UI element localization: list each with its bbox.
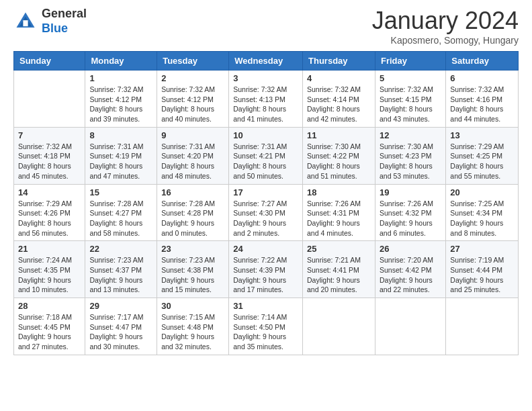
day-info: Sunrise: 7:21 AM Sunset: 4:41 PM Dayligh… — [307, 255, 371, 295]
table-row — [14, 71, 85, 128]
table-row: 23Sunrise: 7:23 AM Sunset: 4:38 PM Dayli… — [157, 241, 229, 298]
day-info: Sunrise: 7:26 AM Sunset: 4:32 PM Dayligh… — [380, 199, 441, 238]
day-number: 6 — [450, 73, 514, 83]
svg-rect-2 — [23, 20, 28, 26]
table-row: 13Sunrise: 7:29 AM Sunset: 4:25 PM Dayli… — [446, 127, 519, 184]
logo-icon — [13, 9, 38, 34]
day-number: 28 — [18, 301, 81, 311]
week-row-2: 14Sunrise: 7:29 AM Sunset: 4:26 PM Dayli… — [14, 184, 519, 241]
table-row: 7Sunrise: 7:32 AM Sunset: 4:18 PM Daylig… — [14, 127, 85, 184]
col-saturday: Saturday — [446, 52, 519, 71]
day-number: 24 — [233, 244, 298, 254]
header: General Blue January 2024 Kaposmero, Som… — [13, 7, 519, 46]
col-sunday: Sunday — [14, 52, 85, 71]
page: General Blue January 2024 Kaposmero, Som… — [0, 0, 532, 411]
table-row: 25Sunrise: 7:21 AM Sunset: 4:41 PM Dayli… — [303, 241, 375, 298]
week-row-1: 7Sunrise: 7:32 AM Sunset: 4:18 PM Daylig… — [14, 127, 519, 184]
week-row-3: 21Sunrise: 7:24 AM Sunset: 4:35 PM Dayli… — [14, 241, 519, 298]
table-row: 8Sunrise: 7:31 AM Sunset: 4:19 PM Daylig… — [85, 127, 157, 184]
day-number: 18 — [307, 187, 371, 197]
day-info: Sunrise: 7:14 AM Sunset: 4:50 PM Dayligh… — [233, 312, 298, 352]
day-number: 8 — [89, 130, 152, 140]
day-number: 27 — [450, 244, 514, 254]
day-info: Sunrise: 7:23 AM Sunset: 4:38 PM Dayligh… — [161, 255, 224, 295]
table-row: 29Sunrise: 7:17 AM Sunset: 4:47 PM Dayli… — [85, 298, 157, 355]
table-row: 28Sunrise: 7:18 AM Sunset: 4:45 PM Dayli… — [14, 298, 85, 355]
day-number: 25 — [307, 244, 371, 254]
day-info: Sunrise: 7:32 AM Sunset: 4:15 PM Dayligh… — [380, 85, 441, 124]
day-number: 30 — [161, 301, 224, 311]
table-row: 21Sunrise: 7:24 AM Sunset: 4:35 PM Dayli… — [14, 241, 85, 298]
day-number: 13 — [450, 130, 514, 140]
day-info: Sunrise: 7:31 AM Sunset: 4:19 PM Dayligh… — [89, 142, 152, 181]
day-info: Sunrise: 7:28 AM Sunset: 4:28 PM Dayligh… — [161, 199, 224, 238]
table-row: 31Sunrise: 7:14 AM Sunset: 4:50 PM Dayli… — [229, 298, 303, 355]
week-row-4: 28Sunrise: 7:18 AM Sunset: 4:45 PM Dayli… — [14, 298, 519, 355]
table-row: 22Sunrise: 7:23 AM Sunset: 4:37 PM Dayli… — [85, 241, 157, 298]
day-number: 20 — [450, 187, 514, 197]
day-info: Sunrise: 7:18 AM Sunset: 4:45 PM Dayligh… — [18, 312, 81, 352]
day-number: 19 — [380, 187, 441, 197]
day-number: 22 — [89, 244, 152, 254]
day-info: Sunrise: 7:28 AM Sunset: 4:27 PM Dayligh… — [89, 199, 152, 238]
day-number: 9 — [161, 130, 224, 140]
day-number: 10 — [233, 130, 298, 140]
table-row: 1Sunrise: 7:32 AM Sunset: 4:12 PM Daylig… — [85, 71, 157, 128]
table-row — [446, 298, 519, 355]
day-number: 29 — [89, 301, 152, 311]
day-info: Sunrise: 7:17 AM Sunset: 4:47 PM Dayligh… — [89, 312, 152, 352]
table-row: 9Sunrise: 7:31 AM Sunset: 4:20 PM Daylig… — [157, 127, 229, 184]
title-block: January 2024 Kaposmero, Somogy, Hungary — [372, 7, 519, 46]
day-info: Sunrise: 7:31 AM Sunset: 4:20 PM Dayligh… — [161, 142, 224, 181]
subtitle: Kaposmero, Somogy, Hungary — [372, 35, 519, 46]
day-info: Sunrise: 7:20 AM Sunset: 4:42 PM Dayligh… — [380, 255, 441, 295]
month-title: January 2024 — [372, 7, 519, 35]
table-row — [375, 298, 445, 355]
table-row: 19Sunrise: 7:26 AM Sunset: 4:32 PM Dayli… — [375, 184, 445, 241]
day-info: Sunrise: 7:19 AM Sunset: 4:44 PM Dayligh… — [450, 255, 514, 295]
day-info: Sunrise: 7:32 AM Sunset: 4:14 PM Dayligh… — [307, 85, 371, 124]
day-info: Sunrise: 7:32 AM Sunset: 4:12 PM Dayligh… — [89, 85, 152, 124]
day-number: 21 — [18, 244, 81, 254]
day-info: Sunrise: 7:24 AM Sunset: 4:35 PM Dayligh… — [18, 255, 81, 295]
day-number: 12 — [380, 130, 441, 140]
table-row: 10Sunrise: 7:31 AM Sunset: 4:21 PM Dayli… — [229, 127, 303, 184]
table-row: 3Sunrise: 7:32 AM Sunset: 4:13 PM Daylig… — [229, 71, 303, 128]
day-info: Sunrise: 7:32 AM Sunset: 4:13 PM Dayligh… — [233, 85, 298, 124]
col-tuesday: Tuesday — [157, 52, 229, 71]
day-info: Sunrise: 7:32 AM Sunset: 4:16 PM Dayligh… — [450, 85, 514, 124]
day-info: Sunrise: 7:31 AM Sunset: 4:21 PM Dayligh… — [233, 142, 298, 181]
day-number: 5 — [380, 73, 441, 83]
day-info: Sunrise: 7:32 AM Sunset: 4:18 PM Dayligh… — [18, 142, 81, 181]
day-number: 23 — [161, 244, 224, 254]
col-monday: Monday — [85, 52, 157, 71]
table-row: 30Sunrise: 7:15 AM Sunset: 4:48 PM Dayli… — [157, 298, 229, 355]
day-info: Sunrise: 7:29 AM Sunset: 4:25 PM Dayligh… — [450, 142, 514, 181]
table-row — [303, 298, 375, 355]
header-row: Sunday Monday Tuesday Wednesday Thursday… — [14, 52, 519, 71]
week-row-0: 1Sunrise: 7:32 AM Sunset: 4:12 PM Daylig… — [14, 71, 519, 128]
table-row: 11Sunrise: 7:30 AM Sunset: 4:22 PM Dayli… — [303, 127, 375, 184]
day-number: 16 — [161, 187, 224, 197]
day-number: 17 — [233, 187, 298, 197]
day-info: Sunrise: 7:27 AM Sunset: 4:30 PM Dayligh… — [233, 199, 298, 238]
col-thursday: Thursday — [303, 52, 375, 71]
table-row: 6Sunrise: 7:32 AM Sunset: 4:16 PM Daylig… — [446, 71, 519, 128]
table-row: 16Sunrise: 7:28 AM Sunset: 4:28 PM Dayli… — [157, 184, 229, 241]
day-info: Sunrise: 7:29 AM Sunset: 4:26 PM Dayligh… — [18, 199, 81, 238]
calendar-table: Sunday Monday Tuesday Wednesday Thursday… — [13, 51, 519, 355]
day-info: Sunrise: 7:15 AM Sunset: 4:48 PM Dayligh… — [161, 312, 224, 352]
table-row: 5Sunrise: 7:32 AM Sunset: 4:15 PM Daylig… — [375, 71, 445, 128]
table-row: 4Sunrise: 7:32 AM Sunset: 4:14 PM Daylig… — [303, 71, 375, 128]
day-info: Sunrise: 7:23 AM Sunset: 4:37 PM Dayligh… — [89, 255, 152, 295]
day-info: Sunrise: 7:22 AM Sunset: 4:39 PM Dayligh… — [233, 255, 298, 295]
day-number: 31 — [233, 301, 298, 311]
day-number: 11 — [307, 130, 371, 140]
logo-general: General — [42, 7, 87, 20]
day-number: 15 — [89, 187, 152, 197]
day-info: Sunrise: 7:26 AM Sunset: 4:31 PM Dayligh… — [307, 199, 371, 238]
day-number: 14 — [18, 187, 81, 197]
logo: General Blue — [13, 7, 87, 36]
day-info: Sunrise: 7:30 AM Sunset: 4:23 PM Dayligh… — [380, 142, 441, 181]
day-info: Sunrise: 7:30 AM Sunset: 4:22 PM Dayligh… — [307, 142, 371, 181]
